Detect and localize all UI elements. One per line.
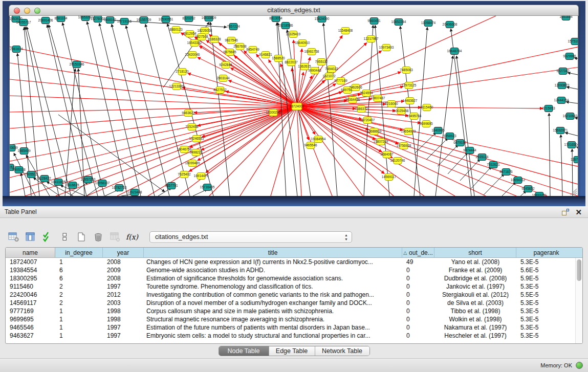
graph-edge-red [297,106,455,196]
float-panel-icon[interactable] [562,209,569,215]
graph-node-label: 9498222 [189,150,203,154]
graph-node-label: 5905338 [12,168,26,171]
tab-edge-table[interactable]: Edge Table [269,346,315,356]
minimize-button[interactable] [24,8,30,14]
table-cell: Hescheler et al. (1997) [434,332,516,339]
close-panel-icon[interactable]: ✕ [575,209,582,215]
graph-node-label: 11675311 [571,158,578,161]
table-row[interactable]: 911546021997Tourette syndrome. Phenomeno… [6,282,582,291]
scrollbar-thumb[interactable] [577,259,581,281]
table-cell: Estimation of significance thresholds fo… [144,275,402,282]
table-row[interactable]: 1938455462009Genome-wide association stu… [6,266,582,274]
table-row[interactable]: 946362711997Embryonic stem cells: a mode… [6,332,582,340]
table-cell: 9465546 [6,324,55,331]
graph-node-label: 7857224 [227,25,240,28]
graph-node-label: 9329966 [563,54,576,58]
memory-status-indicator[interactable] [576,362,583,369]
column-header-short[interactable]: short [434,248,516,257]
table-cell: 0 [402,299,434,307]
graph-node-label: 8215953 [542,106,555,110]
graph-node-label: 7152458 [185,125,199,128]
graph-node-label: 20891406 [38,18,53,22]
graph-node-label: 9227342 [556,69,570,73]
graph-edge-red [189,106,297,147]
table-header-row: name in_degree year title △ out_de... sh… [6,248,582,258]
column-header-year[interactable]: year [103,248,144,257]
graph-edge-black [565,133,578,140]
graph-edge-black [576,147,578,154]
graph-node-label: 12973125 [402,83,417,87]
table-cell: 9777169 [6,308,55,315]
graph-node-label: 15716485 [200,185,215,189]
node-table: name in_degree year title △ out_de... sh… [5,247,583,344]
tab-network-table[interactable]: Network Table [315,346,369,356]
table-row[interactable]: 946554611997Estimation of the future num… [6,323,582,332]
graph-edge-black [47,25,86,196]
graph-node-label: 10807487 [371,96,385,100]
network-window-titlebar[interactable]: citations_edges.txt [9,5,579,16]
table-row[interactable]: 1830029562008Estimation of significance … [6,274,582,282]
table-cell: 2003 [103,299,144,307]
table-cell: 1997 [103,324,144,331]
show-columns-icon[interactable] [23,230,38,244]
create-table-icon[interactable] [74,230,89,244]
memory-status-label: Memory: OK [540,362,572,368]
graph-node-label: 9990443 [308,69,321,72]
canvas-resize-grip[interactable] [575,193,577,195]
graph-node-label: 6479197 [453,141,467,144]
table-row[interactable]: 977716911998Corpus callosum shape and si… [6,307,582,315]
table-options-icon[interactable] [6,230,21,244]
graph-node-label: 19654923 [401,129,416,133]
graph-node-label: 12444154 [554,98,569,102]
graph-node-label: 8320202 [182,16,195,20]
table-cell: 9699695 [6,316,55,323]
graph-node-label: 9465546 [304,143,317,147]
float-square-front [567,209,569,211]
table-row[interactable]: 969969511998Structural magnetic resonanc… [6,315,582,323]
graph-edge-black [78,69,84,196]
table-row[interactable]: 1456911722003Disruption of a novel membe… [6,299,582,307]
graph-edge-black [87,21,127,196]
table-row[interactable]: 1872400712008Changes of HCN gene express… [6,258,582,266]
table-cell: 18300295 [6,275,55,282]
graph-edge-red [10,63,297,106]
close-button[interactable] [14,8,20,14]
canvas-resize-grip[interactable] [573,191,577,195]
column-header-in-degree[interactable]: in_degree [55,248,103,257]
graph-node-label: 15720407 [360,118,375,122]
table-cell: 9463627 [6,332,55,339]
tab-node-table[interactable]: Node Table [219,346,269,356]
graph-edge-black [21,173,25,196]
table-panel-body: f(x) citations_edges.txt ▲▼ name in_degr… [0,218,588,358]
delete-column-icon[interactable] [107,230,123,244]
graph-node-label: 12217987 [364,37,379,40]
graph-node-label: 8912954 [183,32,197,35]
graph-node-label: 7625402 [178,172,191,176]
graph-node-label: 10719116 [117,19,132,23]
graph-node-label: 9463627 [182,111,195,115]
select-all-rows-icon[interactable] [40,230,55,244]
zoom-button[interactable] [34,8,40,14]
table-panel-header: Table Panel ✕ [0,206,588,218]
table-toolbar: f(x) citations_edges.txt ▲▼ [6,229,352,245]
table-row[interactable]: 2242004622012Investigating the contribut… [6,291,582,299]
column-header-title[interactable]: title [144,248,402,257]
graph-node-label: 10654112 [511,178,526,182]
table-chooser-value: citations_edges.txt [155,233,208,240]
table-chooser-dropdown[interactable]: citations_edges.txt ▲▼ [149,231,352,243]
graph-node-label: 15807249 [374,140,388,143]
table-cell: 6 [55,267,103,274]
graph-node-label: 8581104 [55,16,68,20]
desktop-gradient-strip [3,196,585,206]
column-header-pagerank[interactable]: pagerank [516,248,576,257]
delete-table-icon[interactable] [91,230,106,244]
column-header-out-degree[interactable]: △ out_de... [402,248,434,257]
column-header-name[interactable]: name [6,248,55,257]
graph-node-label: 9358923 [443,134,456,138]
graph-node-label: 19495784 [407,114,422,118]
graph-node-label: 10688609 [367,129,382,133]
function-builder-icon[interactable]: f(x) [124,230,140,244]
network-canvas[interactable]: 8860123891295418226058982750881863281654… [9,16,578,196]
graph-node-label: 7932621 [487,163,500,166]
clear-selection-icon[interactable] [57,230,72,244]
